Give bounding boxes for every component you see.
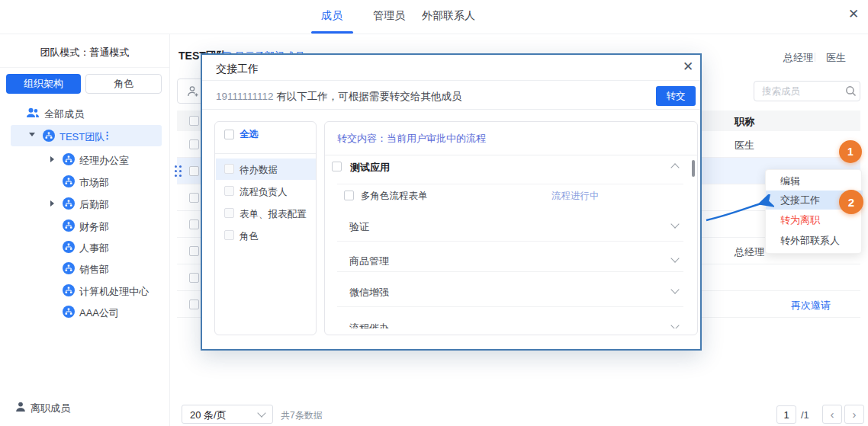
category-process-owner[interactable]: 流程负责人 — [240, 186, 288, 199]
total-pages-label: /1 — [801, 409, 809, 421]
sidebar-item-test-team[interactable]: TEST团队 — [59, 130, 104, 144]
select-all-checkbox[interactable] — [189, 116, 199, 126]
row-checkbox[interactable] — [189, 139, 199, 149]
modal-header-divider — [202, 80, 700, 81]
chevron-up-icon[interactable] — [670, 163, 679, 171]
category-checkbox[interactable] — [224, 164, 234, 174]
member-management-page: 成员 管理员 外部联系人 ✕ 团队模式：普通模式 组织架构 角色 全部成员 TE… — [0, 0, 868, 426]
modal-body-divider — [202, 109, 700, 110]
sidebar-divider — [169, 34, 170, 426]
job-title-cell: 医生 — [735, 139, 754, 152]
select-all-checkbox[interactable] — [224, 130, 234, 139]
panel-divider — [215, 153, 316, 154]
row-checkbox[interactable] — [189, 299, 199, 309]
sidebar-item-all-members[interactable]: 全部成员 — [44, 107, 84, 121]
search-icon[interactable] — [845, 85, 857, 97]
scrollbar-thumb[interactable] — [692, 160, 695, 177]
category-panel: 全选 待办数据 流程负责人 表单、报表配置 角色 — [214, 121, 317, 335]
category-checkbox[interactable] — [224, 186, 234, 196]
row-divider — [337, 241, 683, 242]
chevron-down-icon[interactable] — [670, 219, 679, 228]
tab-members[interactable]: 成员 — [321, 9, 342, 23]
modal-subject-line: 19111111112 有以下工作，可根据需要转交给其他成员 — [216, 90, 461, 104]
close-icon[interactable]: ✕ — [848, 8, 859, 21]
subject-phone-number: 19111111112 — [216, 91, 274, 102]
sidebar-item-dept[interactable]: 计算机处理中心 — [79, 285, 149, 299]
sidebar-item-resigned-members[interactable]: 离职成员 — [31, 402, 70, 415]
group-title-wechat-enhance: 微信增强 — [349, 286, 389, 299]
invite-again-link[interactable]: 再次邀请 — [791, 299, 831, 312]
chevron-down-icon[interactable] — [670, 321, 679, 328]
person-add-icon — [187, 85, 199, 98]
tab-admins[interactable]: 管理员 — [373, 9, 405, 23]
role-tag-doctor[interactable]: 医生 — [826, 51, 846, 65]
job-title-cell: 总经理 — [735, 245, 764, 259]
transfer-content-panel: 转交内容：当前用户审批中的流程 测试应用 多角色流程表单 流程进行中 验证 商品… — [324, 121, 698, 335]
role-button[interactable]: 角色 — [85, 74, 162, 94]
search-input[interactable] — [754, 81, 860, 101]
page-size-select[interactable]: 20 条/页 — [182, 405, 273, 424]
row-checkbox[interactable] — [189, 219, 199, 229]
team-more-icon[interactable]: ⋮ — [102, 130, 112, 141]
current-page-box[interactable]: 1 — [776, 405, 796, 424]
role-tag-general-manager[interactable]: 总经理 — [783, 51, 813, 65]
form-name: 多角色流程表单 — [361, 190, 428, 203]
annotation-arrow — [698, 194, 774, 229]
process-list-viewport: 测试应用 多角色流程表单 流程进行中 验证 商品管理 微信增强 流程催办 — [325, 155, 690, 328]
resigned-person-icon — [15, 402, 26, 412]
org-structure-button[interactable]: 组织架构 — [6, 74, 81, 94]
category-checkbox[interactable] — [224, 230, 234, 240]
sidebar-item-dept[interactable]: 销售部 — [79, 263, 109, 277]
role-tag-divider — [815, 53, 815, 62]
subject-text: 有以下工作，可根据需要转交给其他成员 — [274, 91, 462, 102]
category-todo-data[interactable]: 待办数据 — [240, 164, 278, 177]
prev-page-button[interactable]: ‹ — [822, 405, 842, 424]
form-checkbox[interactable] — [344, 191, 354, 200]
row-checkbox[interactable] — [189, 166, 199, 176]
next-page-button[interactable]: › — [844, 405, 864, 424]
category-role[interactable]: 角色 — [240, 230, 259, 243]
row-checkbox[interactable] — [189, 193, 199, 203]
sidebar-item-dept[interactable]: 经理办公室 — [79, 154, 129, 168]
menu-item-to-external-contact[interactable]: 转外部联系人 — [766, 231, 863, 250]
row-checkbox[interactable] — [189, 246, 199, 256]
menu-item-edit[interactable]: 编辑 — [766, 171, 863, 191]
team-mode-label: 团队模式：普通模式 — [0, 46, 169, 59]
chevron-down-icon[interactable] — [670, 285, 679, 293]
job-title-header: 职称 — [735, 115, 754, 129]
caret-right-icon[interactable] — [50, 156, 54, 162]
transfer-content-header: 转交内容：当前用户审批中的流程 — [337, 132, 486, 146]
dept-avatar-icon — [63, 175, 75, 187]
category-form-report-config[interactable]: 表单、报表配置 — [240, 208, 307, 221]
sidebar-item-dept[interactable]: 后勤部 — [79, 198, 109, 212]
transfer-button[interactable]: 转交 — [656, 86, 696, 106]
drag-handle-icon[interactable] — [175, 165, 177, 168]
caret-right-icon[interactable] — [50, 200, 54, 207]
chevron-down-icon[interactable] — [670, 254, 679, 262]
group-title-process-reminder: 流程催办 — [349, 322, 389, 328]
category-checkbox[interactable] — [224, 208, 234, 218]
total-count-label: 共7条数据 — [281, 409, 323, 422]
step-badge-1: 1 — [839, 140, 862, 163]
dept-avatar-icon — [63, 241, 75, 253]
all-members-icon — [26, 107, 40, 118]
team-avatar-icon — [43, 130, 55, 142]
dept-avatar-icon — [63, 153, 75, 165]
sidebar-horizontal-divider — [0, 67, 169, 68]
select-all-label[interactable]: 全选 — [240, 128, 259, 141]
app-checkbox[interactable] — [332, 162, 342, 171]
row-checkbox[interactable] — [189, 273, 199, 283]
tab-external-contacts[interactable]: 外部联系人 — [422, 9, 475, 23]
dept-avatar-icon — [63, 197, 75, 210]
dept-avatar-icon — [63, 219, 75, 232]
sidebar-item-dept[interactable]: 财务部 — [79, 220, 109, 234]
sidebar-item-dept[interactable]: AAA公司 — [79, 306, 119, 320]
caret-down-icon[interactable] — [29, 133, 35, 136]
sidebar-item-dept[interactable]: 市场部 — [79, 176, 109, 190]
modal-title: 交接工作 — [216, 62, 259, 76]
dept-avatar-icon — [63, 284, 75, 296]
modal-close-icon[interactable]: ✕ — [683, 61, 693, 73]
group-title-product-mgmt: 商品管理 — [349, 255, 389, 268]
sidebar-item-dept[interactable]: 人事部 — [79, 242, 109, 255]
chevron-down-icon — [257, 408, 265, 417]
